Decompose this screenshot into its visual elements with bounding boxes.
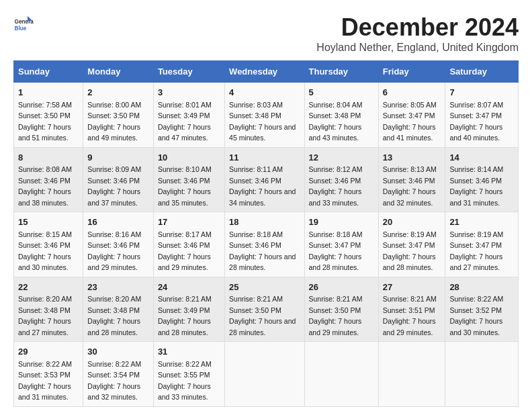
- calendar-week-1: 1Sunrise: 7:58 AMSunset: 3:50 PMDaylight…: [14, 83, 519, 148]
- cell-sunset: Sunset: 3:46 PM: [449, 177, 502, 185]
- calendar-cell: 4Sunrise: 8:03 AMSunset: 3:48 PMDaylight…: [225, 83, 304, 148]
- header-tuesday: Tuesday: [153, 61, 224, 83]
- day-number: 21: [449, 216, 514, 229]
- cell-sunrise: Sunrise: 8:21 AM: [158, 295, 212, 303]
- subtitle: Hoyland Nether, England, United Kingdom: [316, 42, 519, 54]
- calendar-cell: 12Sunrise: 8:12 AMSunset: 3:46 PMDayligh…: [304, 147, 378, 212]
- day-number: 24: [158, 281, 220, 294]
- day-number: 17: [158, 216, 220, 229]
- day-number: 1: [18, 86, 79, 99]
- cell-sunrise: Sunrise: 8:18 AM: [229, 230, 283, 238]
- cell-daylight: Daylight: 7 hours and 32 minutes.: [383, 187, 436, 207]
- cell-sunrise: Sunrise: 8:16 AM: [87, 230, 141, 238]
- cell-sunrise: Sunrise: 8:18 AM: [309, 230, 363, 238]
- cell-sunset: Sunset: 3:46 PM: [18, 177, 71, 185]
- cell-daylight: Daylight: 7 hours and 33 minutes.: [309, 187, 362, 207]
- calendar-cell: 31Sunrise: 8:22 AMSunset: 3:55 PMDayligh…: [153, 342, 224, 407]
- cell-sunrise: Sunrise: 8:20 AM: [87, 295, 141, 303]
- cell-sunset: Sunset: 3:51 PM: [383, 306, 435, 314]
- day-number: 29: [18, 345, 79, 359]
- day-number: 4: [229, 86, 300, 99]
- day-number: 12: [309, 151, 374, 165]
- calendar-cell: 10Sunrise: 8:10 AMSunset: 3:46 PMDayligh…: [153, 147, 224, 212]
- cell-daylight: Daylight: 7 hours and 51 minutes.: [18, 123, 71, 142]
- calendar-cell: 27Sunrise: 8:21 AMSunset: 3:51 PMDayligh…: [378, 277, 445, 342]
- calendar-cell: 18Sunrise: 8:18 AMSunset: 3:46 PMDayligh…: [225, 212, 304, 277]
- calendar-cell: 14Sunrise: 8:14 AMSunset: 3:46 PMDayligh…: [445, 147, 519, 212]
- cell-daylight: Daylight: 7 hours and 30 minutes.: [449, 317, 502, 336]
- cell-daylight: Daylight: 7 hours and 28 minutes.: [383, 253, 436, 272]
- cell-sunset: Sunset: 3:46 PM: [229, 241, 281, 249]
- cell-sunset: Sunset: 3:46 PM: [309, 177, 361, 185]
- cell-sunrise: Sunrise: 8:21 AM: [229, 295, 283, 303]
- day-number: 20: [383, 216, 441, 229]
- calendar-cell: 8Sunrise: 8:08 AMSunset: 3:46 PMDaylight…: [14, 147, 83, 212]
- day-number: 13: [383, 151, 441, 165]
- cell-sunset: Sunset: 3:52 PM: [449, 306, 502, 314]
- cell-sunset: Sunset: 3:48 PM: [87, 306, 140, 314]
- cell-daylight: Daylight: 7 hours and 31 minutes.: [18, 382, 71, 402]
- cell-sunset: Sunset: 3:50 PM: [18, 111, 71, 120]
- day-number: 9: [87, 151, 149, 165]
- day-number: 26: [309, 281, 374, 294]
- calendar-week-5: 29Sunrise: 8:22 AMSunset: 3:53 PMDayligh…: [14, 342, 519, 407]
- header-wednesday: Wednesday: [225, 61, 304, 83]
- day-number: 22: [18, 281, 79, 294]
- cell-sunrise: Sunrise: 8:00 AM: [87, 101, 141, 109]
- cell-sunset: Sunset: 3:48 PM: [229, 111, 281, 120]
- title-section: December 2024 Hoyland Nether, England, U…: [316, 13, 519, 54]
- day-number: 3: [158, 86, 220, 99]
- cell-daylight: Daylight: 7 hours and 28 minutes.: [229, 317, 296, 336]
- main-title: December 2024: [316, 13, 519, 42]
- calendar-cell: 11Sunrise: 8:11 AMSunset: 3:46 PMDayligh…: [225, 147, 304, 212]
- calendar-cell: 17Sunrise: 8:17 AMSunset: 3:46 PMDayligh…: [153, 212, 224, 277]
- calendar-cell: 26Sunrise: 8:21 AMSunset: 3:50 PMDayligh…: [304, 277, 378, 342]
- day-number: 16: [87, 216, 149, 229]
- day-number: 23: [87, 281, 149, 294]
- cell-sunset: Sunset: 3:46 PM: [383, 177, 435, 185]
- calendar-cell: [304, 342, 378, 407]
- day-number: 30: [87, 345, 149, 359]
- cell-daylight: Daylight: 7 hours and 49 minutes.: [87, 123, 140, 142]
- day-number: 28: [449, 281, 514, 294]
- cell-sunrise: Sunrise: 8:04 AM: [309, 101, 363, 109]
- cell-daylight: Daylight: 7 hours and 38 minutes.: [18, 187, 71, 207]
- cell-sunrise: Sunrise: 8:09 AM: [87, 165, 141, 173]
- day-number: 10: [158, 151, 220, 165]
- cell-sunset: Sunset: 3:48 PM: [18, 306, 71, 314]
- header-monday: Monday: [83, 61, 154, 83]
- cell-daylight: Daylight: 7 hours and 29 minutes.: [158, 253, 211, 272]
- calendar-cell: 5Sunrise: 8:04 AMSunset: 3:48 PMDaylight…: [304, 83, 378, 148]
- calendar-cell: 23Sunrise: 8:20 AMSunset: 3:48 PMDayligh…: [83, 277, 154, 342]
- cell-sunset: Sunset: 3:54 PM: [87, 371, 140, 379]
- calendar-table: SundayMondayTuesdayWednesdayThursdayFrid…: [13, 60, 519, 407]
- cell-daylight: Daylight: 7 hours and 41 minutes.: [383, 123, 436, 142]
- cell-sunrise: Sunrise: 8:12 AM: [309, 165, 363, 173]
- calendar-cell: 16Sunrise: 8:16 AMSunset: 3:46 PMDayligh…: [83, 212, 154, 277]
- cell-daylight: Daylight: 7 hours and 34 minutes.: [229, 187, 296, 207]
- calendar-cell: 25Sunrise: 8:21 AMSunset: 3:50 PMDayligh…: [225, 277, 304, 342]
- cell-daylight: Daylight: 7 hours and 37 minutes.: [87, 187, 140, 207]
- cell-sunrise: Sunrise: 8:01 AM: [158, 101, 212, 109]
- day-number: 7: [449, 86, 514, 99]
- cell-sunrise: Sunrise: 8:21 AM: [309, 295, 363, 303]
- cell-daylight: Daylight: 7 hours and 28 minutes.: [87, 317, 140, 336]
- header-friday: Friday: [378, 61, 445, 83]
- cell-daylight: Daylight: 7 hours and 29 minutes.: [383, 317, 436, 336]
- cell-sunset: Sunset: 3:50 PM: [229, 306, 281, 314]
- day-number: 6: [383, 86, 441, 99]
- calendar-cell: [445, 342, 519, 407]
- cell-sunrise: Sunrise: 8:20 AM: [18, 295, 72, 303]
- cell-sunset: Sunset: 3:46 PM: [18, 241, 71, 249]
- calendar-week-2: 8Sunrise: 8:08 AMSunset: 3:46 PMDaylight…: [14, 147, 519, 212]
- cell-sunrise: Sunrise: 8:17 AM: [158, 230, 212, 238]
- calendar-cell: 19Sunrise: 8:18 AMSunset: 3:47 PMDayligh…: [304, 212, 378, 277]
- cell-daylight: Daylight: 7 hours and 28 minutes.: [158, 317, 211, 336]
- cell-sunset: Sunset: 3:50 PM: [87, 111, 140, 120]
- calendar-cell: 3Sunrise: 8:01 AMSunset: 3:49 PMDaylight…: [153, 83, 224, 148]
- day-number: 15: [18, 216, 79, 229]
- cell-sunrise: Sunrise: 8:07 AM: [449, 101, 503, 109]
- cell-sunset: Sunset: 3:46 PM: [87, 241, 140, 249]
- logo-icon: General Blue: [13, 13, 34, 34]
- cell-sunset: Sunset: 3:46 PM: [158, 177, 210, 185]
